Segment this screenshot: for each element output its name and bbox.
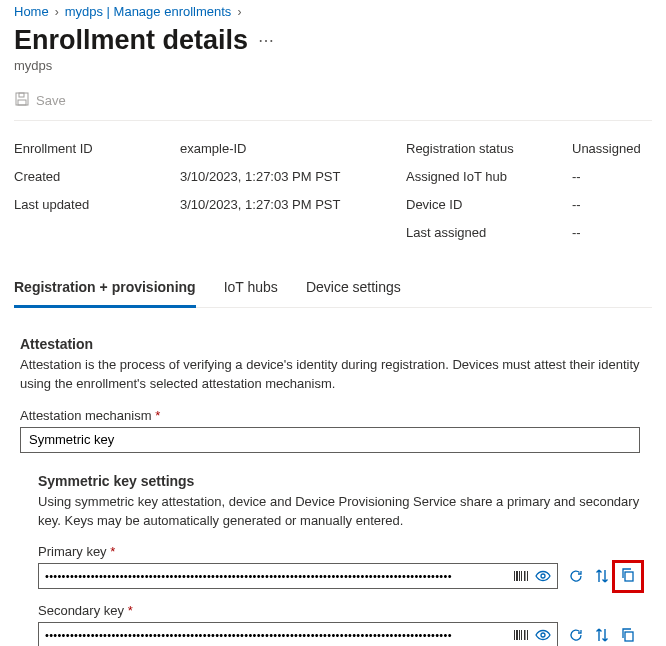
svg-rect-1	[19, 93, 24, 97]
svg-rect-14	[521, 630, 522, 640]
tab-iot-hubs[interactable]: IoT hubs	[224, 271, 278, 307]
svg-rect-12	[516, 630, 518, 640]
breadcrumb-home[interactable]: Home	[14, 4, 49, 19]
symmetric-key-description: Using symmetric key attestation, device …	[38, 493, 646, 531]
chevron-right-icon: ›	[237, 5, 241, 19]
attestation-heading: Attestation	[20, 336, 646, 352]
label-device-id: Device ID	[406, 191, 536, 219]
svg-rect-15	[524, 630, 526, 640]
label-reg-status: Registration status	[406, 135, 536, 163]
label-last-assigned: Last assigned	[406, 219, 536, 247]
required-indicator: *	[110, 544, 115, 559]
barcode-icon[interactable]	[513, 568, 529, 584]
label-enrollment-id: Enrollment ID	[14, 135, 144, 163]
svg-rect-10	[625, 572, 633, 581]
page-subtitle: mydps	[14, 58, 652, 73]
more-icon[interactable]: ⋯	[258, 31, 275, 50]
regenerate-icon[interactable]	[568, 568, 584, 584]
tab-bar: Registration + provisioning IoT hubs Dev…	[14, 271, 652, 308]
tab-registration-provisioning[interactable]: Registration + provisioning	[14, 271, 196, 308]
eye-icon[interactable]	[535, 568, 551, 584]
svg-rect-11	[514, 630, 515, 640]
required-indicator: *	[128, 603, 133, 618]
eye-icon[interactable]	[535, 627, 551, 643]
svg-rect-5	[519, 571, 520, 581]
highlight-copy-primary	[612, 560, 644, 593]
required-indicator: *	[155, 408, 160, 423]
svg-rect-3	[514, 571, 515, 581]
svg-point-9	[541, 574, 545, 578]
value-enrollment-id: example-ID	[180, 135, 370, 163]
tab-device-settings[interactable]: Device settings	[306, 271, 401, 307]
regenerate-icon[interactable]	[568, 627, 584, 643]
secondary-key-input[interactable]	[45, 629, 513, 641]
breadcrumb: Home › mydps | Manage enrollments ›	[14, 4, 652, 19]
details-summary: Enrollment ID Created Last updated examp…	[14, 135, 652, 247]
svg-rect-8	[527, 571, 528, 581]
label-assigned-hub: Assigned IoT hub	[406, 163, 536, 191]
chevron-right-icon: ›	[55, 5, 59, 19]
secondary-key-label: Secondary key	[38, 603, 124, 618]
swap-icon[interactable]	[594, 627, 610, 643]
svg-rect-7	[524, 571, 526, 581]
attestation-mechanism-input[interactable]	[20, 427, 640, 453]
save-button[interactable]: Save	[36, 93, 66, 108]
barcode-icon[interactable]	[513, 627, 529, 643]
breadcrumb-parent[interactable]: mydps | Manage enrollments	[65, 4, 232, 19]
value-last-updated: 3/10/2023, 1:27:03 PM PST	[180, 191, 370, 219]
save-icon	[14, 91, 30, 110]
value-assigned-hub: --	[572, 163, 652, 191]
primary-key-input[interactable]	[45, 570, 513, 582]
value-device-id: --	[572, 191, 652, 219]
page-title: Enrollment details	[14, 25, 248, 56]
label-last-updated: Last updated	[14, 191, 144, 219]
svg-point-17	[541, 633, 545, 637]
svg-rect-4	[516, 571, 518, 581]
copy-icon[interactable]	[620, 567, 636, 583]
primary-key-label: Primary key	[38, 544, 107, 559]
label-created: Created	[14, 163, 144, 191]
attestation-description: Attestation is the process of verifying …	[20, 356, 646, 394]
svg-rect-18	[625, 632, 633, 641]
svg-rect-2	[18, 100, 26, 105]
svg-rect-6	[521, 571, 522, 581]
svg-rect-13	[519, 630, 520, 640]
attestation-mechanism-label: Attestation mechanism	[20, 408, 152, 423]
divider	[14, 120, 652, 121]
swap-icon[interactable]	[594, 568, 610, 584]
symmetric-key-heading: Symmetric key settings	[38, 473, 646, 489]
value-last-assigned: --	[572, 219, 652, 247]
svg-rect-16	[527, 630, 528, 640]
value-reg-status: Unassigned	[572, 135, 652, 163]
copy-icon[interactable]	[620, 627, 636, 643]
value-created: 3/10/2023, 1:27:03 PM PST	[180, 163, 370, 191]
